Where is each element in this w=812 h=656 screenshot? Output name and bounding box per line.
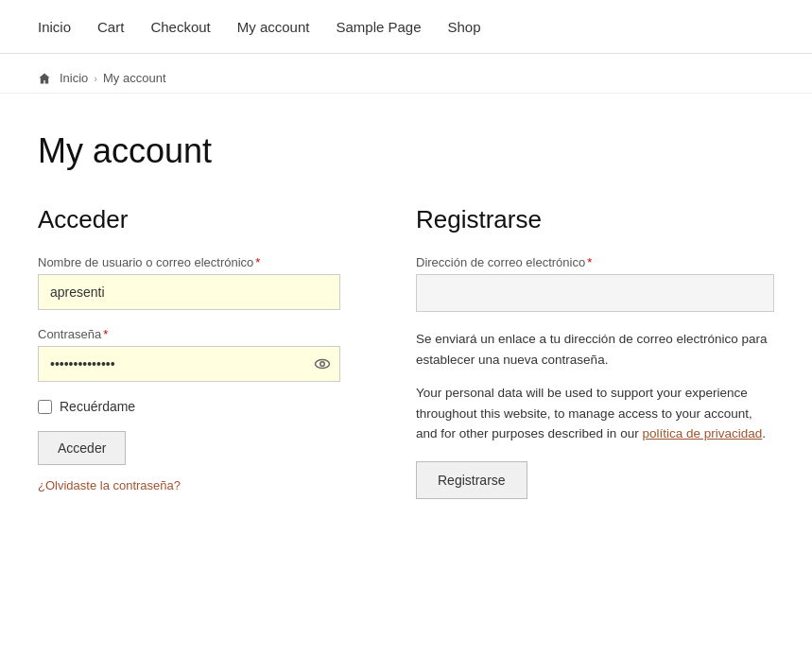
username-input[interactable]	[38, 274, 340, 310]
nav-shop[interactable]: Shop	[448, 19, 481, 35]
breadcrumb-current: My account	[103, 71, 165, 85]
svg-point-1	[320, 362, 325, 367]
login-section: Acceder Nombre de usuario o correo elect…	[38, 205, 340, 492]
eye-icon	[314, 355, 331, 372]
breadcrumb: Inicio › My account	[0, 54, 812, 94]
toggle-password-button[interactable]	[314, 355, 331, 372]
password-field-group: Contraseña*	[38, 327, 340, 382]
register-info-1: Se enviará un enlace a tu dirección de c…	[416, 329, 774, 370]
email-required: *	[587, 255, 592, 269]
email-label: Dirección de correo electrónico*	[416, 255, 774, 269]
username-required: *	[255, 255, 260, 269]
password-label: Contraseña*	[38, 327, 340, 341]
password-wrapper	[38, 346, 340, 382]
nav-cart[interactable]: Cart	[97, 19, 124, 35]
nav-myaccount[interactable]: My account	[237, 19, 310, 35]
username-label: Nombre de usuario o correo electrónico*	[38, 255, 340, 269]
remember-checkbox[interactable]	[38, 400, 52, 414]
remember-label[interactable]: Recuérdame	[60, 399, 135, 414]
register-button[interactable]: Registrarse	[416, 461, 527, 499]
privacy-policy-link[interactable]: política de privacidad	[642, 426, 762, 440]
nav-checkout[interactable]: Checkout	[150, 19, 210, 35]
nav-inicio[interactable]: Inicio	[38, 19, 71, 35]
register-info-2: Your personal data will be used to suppo…	[416, 383, 774, 444]
username-field-group: Nombre de usuario o correo electrónico*	[38, 255, 340, 310]
two-column-layout: Acceder Nombre de usuario o correo elect…	[38, 205, 774, 499]
password-required: *	[103, 327, 108, 341]
home-icon	[38, 72, 51, 85]
breadcrumb-separator: ›	[94, 73, 97, 84]
breadcrumb-home-link[interactable]: Inicio	[60, 71, 88, 85]
register-title: Registrarse	[416, 205, 774, 234]
main-content: My account Acceder Nombre de usuario o c…	[0, 94, 812, 556]
register-section: Registrarse Dirección de correo electrón…	[416, 205, 774, 499]
forgot-password-link[interactable]: ¿Olvidaste la contraseña?	[38, 478, 181, 492]
email-field-group: Dirección de correo electrónico*	[416, 255, 774, 312]
register-email-input[interactable]	[416, 274, 774, 312]
remember-row: Recuérdame	[38, 399, 340, 414]
login-title: Acceder	[38, 205, 340, 234]
login-button[interactable]: Acceder	[38, 431, 126, 465]
main-nav: Inicio Cart Checkout My account Sample P…	[0, 0, 812, 54]
page-title: My account	[38, 131, 774, 171]
password-input[interactable]	[38, 346, 340, 382]
nav-samplepage[interactable]: Sample Page	[336, 19, 421, 35]
svg-point-0	[316, 360, 330, 369]
